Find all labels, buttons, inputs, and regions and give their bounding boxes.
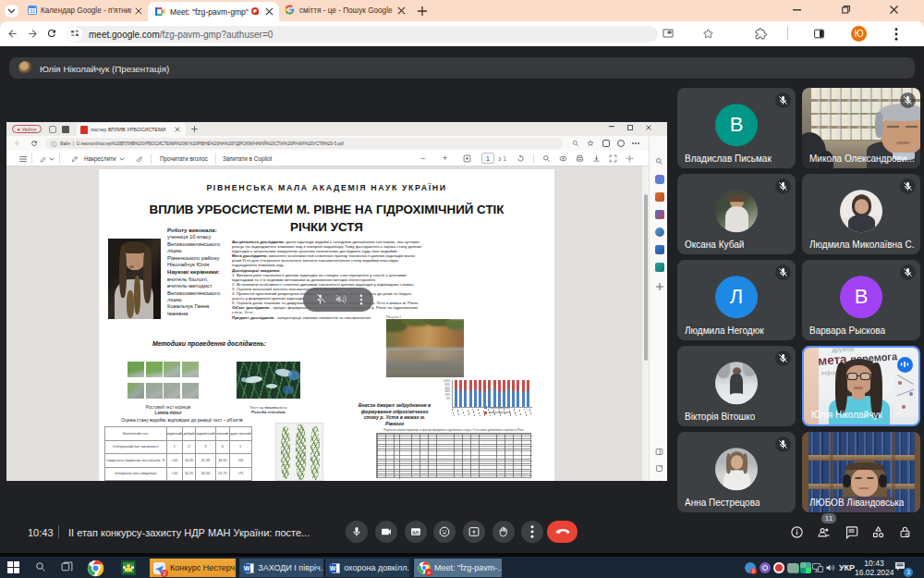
svg-text:31: 31 xyxy=(30,8,35,14)
